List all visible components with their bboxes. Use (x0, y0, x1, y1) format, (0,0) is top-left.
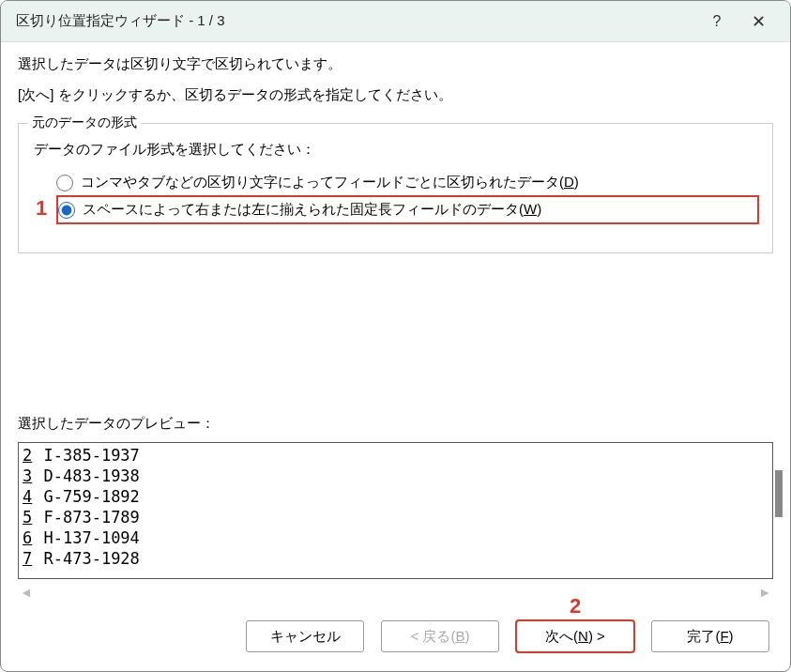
preview-rownum: 6 (23, 528, 32, 547)
scroll-right-icon[interactable]: ► (758, 585, 771, 600)
preview-line: 3 D-483-1938 (23, 466, 768, 486)
radio-fixed-width-label[interactable]: スペースによって右または左に揃えられた固定長フィールドのデータ(W) (83, 201, 541, 219)
close-icon[interactable]: ✕ (738, 1, 779, 42)
help-icon[interactable]: ? (696, 1, 738, 42)
callout-1: 1 (36, 195, 47, 220)
preview-line: 7 R-473-1928 (23, 548, 768, 569)
preview-text: F-873-1789 (34, 508, 140, 527)
preview-text: I-385-1937 (34, 446, 140, 465)
preview-rownum: 4 (23, 487, 32, 506)
preview-wrap: 2 I-385-19373 D-483-19384 G-759-18925 F-… (18, 442, 773, 579)
vertical-scroll-indicator[interactable] (775, 470, 783, 517)
preview-text: H-137-1094 (34, 528, 140, 547)
titlebar: 区切り位置指定ウィザード - 1 / 3 ? ✕ (1, 1, 790, 42)
horizontal-scroll: ◄ ► (18, 585, 773, 600)
preview-label: 選択したデータのプレビュー： (18, 283, 773, 433)
preview-text: D-483-1938 (34, 466, 140, 485)
next-button[interactable]: 次へ(N) > (516, 620, 634, 652)
callout-2: 2 (570, 594, 581, 619)
back-button: < 戻る(B) (381, 620, 499, 652)
radio-fixed-row: 1 スペースによって右または左に揃えられた固定長フィールドのデータ(W) (56, 195, 759, 224)
preview-line: 5 F-873-1789 (23, 507, 768, 527)
preview-rownum: 3 (23, 466, 32, 485)
preview-rownum: 5 (23, 508, 32, 527)
scroll-left-icon[interactable]: ◄ (20, 585, 33, 600)
dialog-body: 選択したデータは区切り文字で区切られています。 [次へ] をクリックするか、区切… (1, 42, 790, 609)
intro-text-2: [次へ] をクリックするか、区切るデータの形式を指定してください。 (18, 86, 773, 104)
radio-delimited-row: コンマやタブなどの区切り文字によってフィールドごとに区切られたデータ(D) (56, 170, 759, 195)
finish-button[interactable]: 完了(F) (651, 620, 769, 652)
radio-fixed-width[interactable] (58, 202, 75, 219)
fieldset-prompt: データのファイル形式を選択してください： (34, 141, 759, 159)
preview-rownum: 2 (23, 446, 32, 465)
intro-text-1: 選択したデータは区切り文字で区切られています。 (18, 55, 773, 73)
wizard-dialog: 区切り位置指定ウィザード - 1 / 3 ? ✕ 選択したデータは区切り文字で区… (0, 0, 791, 672)
preview-line: 6 H-137-1094 (23, 527, 768, 548)
preview-box[interactable]: 2 I-385-19373 D-483-19384 G-759-18925 F-… (18, 442, 773, 579)
preview-line: 2 I-385-1937 (23, 445, 768, 466)
fieldset-legend: 元のデータの形式 (28, 115, 141, 131)
radio-delimited[interactable] (56, 175, 73, 191)
original-data-type-fieldset: 元のデータの形式 データのファイル形式を選択してください： コンマやタブなどの区… (18, 123, 773, 253)
preview-line: 4 G-759-1892 (23, 486, 768, 507)
cancel-button[interactable]: キャンセル (246, 620, 364, 652)
preview-rownum: 7 (23, 549, 32, 568)
dialog-footer: キャンセル < 戻る(B) 2 次へ(N) > 完了(F) (1, 609, 790, 671)
preview-text: R-473-1928 (34, 549, 140, 568)
radio-delimited-label[interactable]: コンマやタブなどの区切り文字によってフィールドごとに区切られたデータ(D) (81, 174, 579, 191)
dialog-title: 区切り位置指定ウィザード - 1 / 3 (16, 12, 696, 30)
preview-text: G-759-1892 (34, 487, 140, 506)
